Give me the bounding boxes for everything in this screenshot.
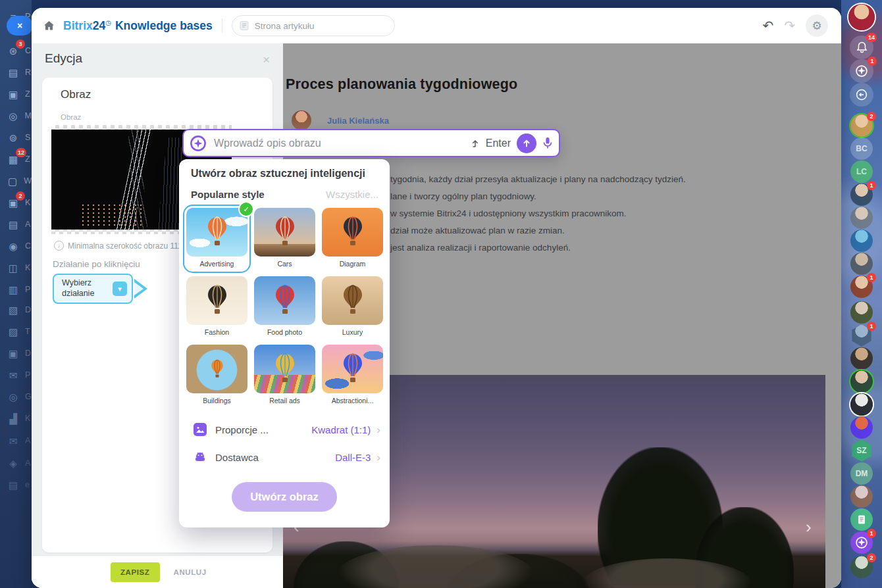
article-text-line: tygodnia, każdy dział przesyła aktualiza…: [390, 174, 686, 184]
search-input[interactable]: Strona artykułu: [232, 15, 395, 36]
sidebar-item-inbox[interactable]: ✉A: [0, 432, 32, 449]
contact-avatar[interactable]: [850, 230, 873, 252]
arrow-up-icon: [522, 139, 531, 148]
app-window: Proces planowania tygodniowego Julia Kie…: [32, 8, 841, 588]
contact-avatar[interactable]: 2: [850, 114, 873, 137]
create-image-button[interactable]: Utwórz obraz: [232, 482, 337, 512]
style-tile-luxury[interactable]: Luxury: [322, 276, 383, 338]
contact-avatar[interactable]: 2: [850, 556, 873, 578]
option-row-proportions[interactable]: Proporcje ...Kwadrat (1:1)›: [194, 421, 380, 438]
notification-badge: 2: [16, 191, 25, 201]
sidebar-item-crm[interactable]: ▤R: [0, 64, 32, 81]
sidebar-item-tasks[interactable]: ▣Z: [0, 86, 32, 103]
contact-avatar[interactable]: 1: [850, 276, 873, 298]
sidebar-item-groups[interactable]: ◎G: [0, 388, 32, 405]
profile-avatar[interactable]: [848, 4, 875, 30]
chevron-down-icon: ▾: [113, 282, 127, 296]
style-tile-buildings[interactable]: Buildings: [186, 345, 247, 406]
sidebar-item-label: W: [24, 176, 32, 185]
close-icon[interactable]: ×: [263, 53, 270, 67]
sidebar-item-marketing[interactable]: ◎M: [0, 107, 32, 124]
home-icon[interactable]: [43, 20, 55, 31]
carousel-next-arrow[interactable]: ›: [806, 518, 812, 535]
sidebar-item-automation[interactable]: ▤A: [0, 216, 32, 233]
copilot-bot-avatar[interactable]: 1: [850, 531, 873, 554]
contact-avatar[interactable]: [850, 347, 873, 370]
sidebar-item-sites[interactable]: ▢W: [0, 172, 32, 189]
style-tile-diagram[interactable]: Diagram: [322, 208, 383, 270]
microphone-icon[interactable]: [542, 137, 553, 149]
sites-icon: ▢: [4, 176, 21, 186]
ai-prompt-bar[interactable]: Wprowadź opis obrazu Enter: [182, 129, 560, 157]
document-avatar[interactable]: [850, 508, 873, 531]
style-tile-cars[interactable]: Cars: [254, 208, 315, 270]
contact-avatar[interactable]: 1: [850, 184, 873, 206]
author-row: Julia Kielańska: [292, 110, 389, 130]
redo-icon[interactable]: ↷: [784, 19, 795, 32]
sidebar-item-shop[interactable]: ⊚S: [0, 129, 32, 146]
contact-avatar[interactable]: [850, 253, 873, 275]
style-tile-label: Luxury: [322, 328, 383, 336]
contact-avatar[interactable]: 1: [850, 324, 873, 347]
hot-air-balloon-icon: [274, 216, 296, 249]
sidebar-item-communications[interactable]: ▣K2: [0, 194, 32, 211]
sidebar-item-mail[interactable]: ✉P: [0, 366, 32, 383]
sidebar-item-reports[interactable]: ▟K: [0, 410, 32, 427]
author-link[interactable]: Julia Kielańska: [327, 116, 389, 126]
inbox-icon: ✉: [4, 436, 22, 446]
sidebar-item-drive[interactable]: ▣D: [0, 345, 32, 362]
cancel-button[interactable]: ANULUJ: [170, 568, 211, 577]
hot-air-balloon-icon: [206, 216, 228, 249]
option-row-provider[interactable]: DostawcaDall-E-3›: [194, 449, 380, 466]
hot-air-balloon-icon: [206, 285, 228, 318]
style-tile-advertising[interactable]: ✓Advertising: [186, 208, 247, 270]
copilot-button[interactable]: 1: [850, 59, 873, 83]
hot-air-balloon-icon: [342, 216, 364, 249]
contact-initials[interactable]: SZ: [850, 439, 873, 462]
contact-avatar-visual: [850, 416, 873, 439]
send-button[interactable]: [517, 134, 536, 153]
settings-button[interactable]: ⚙: [806, 14, 828, 37]
sidebar-item-tasks-projects[interactable]: ▦Z12: [0, 151, 32, 168]
undo-icon[interactable]: ↶: [762, 19, 773, 32]
notification-badge: 2: [867, 112, 876, 121]
bitrix-clock-mark: ◷: [105, 19, 111, 26]
article-text-line: w systemie Bitrix24 i udostępniony wszys…: [390, 208, 627, 218]
contact-avatar[interactable]: [850, 207, 873, 229]
contact-avatar[interactable]: [850, 393, 873, 416]
sidebar-item-label: P: [25, 285, 30, 294]
hot-air-balloon-icon: [342, 285, 364, 318]
sidebar-item-kanban[interactable]: ◫K: [0, 259, 32, 276]
contact-initials[interactable]: DM: [850, 462, 873, 485]
contact-avatar[interactable]: [850, 485, 873, 508]
sidebar-item-extra[interactable]: ▤e: [0, 476, 32, 493]
style-tile-abstractioni[interactable]: Abstractioni...: [322, 345, 383, 406]
sidebar-item-apps[interactable]: ◈A: [0, 454, 32, 472]
action-select[interactable]: Wybierz działanie ▾: [53, 274, 133, 304]
notification-badge: 1: [867, 181, 876, 190]
mail-icon: ✉: [4, 370, 22, 380]
all-styles-link[interactable]: Wszystkie...: [326, 189, 378, 200]
style-preview-image: [322, 345, 383, 393]
notifications-bell[interactable]: 14: [850, 36, 873, 59]
sidebar-item-documents[interactable]: ▧D: [0, 301, 32, 318]
sidebar-item-feed[interactable]: ⊛C3: [0, 42, 32, 59]
contact-initials[interactable]: BC: [850, 137, 873, 160]
contact-avatar[interactable]: [850, 301, 873, 324]
contact-avatar[interactable]: [850, 370, 873, 393]
sidebar-item-company[interactable]: ◉C: [0, 237, 32, 255]
notification-badge: 1: [867, 322, 876, 331]
style-tile-fashion[interactable]: Fashion: [186, 276, 247, 338]
style-tile-retail-ads[interactable]: Retail ads: [254, 345, 315, 406]
messenger-button[interactable]: [850, 83, 873, 107]
sidebar-item-team[interactable]: ▨T: [0, 323, 32, 340]
sidebar-item-processes[interactable]: ▥P: [0, 281, 32, 298]
save-button[interactable]: ZAPISZ: [111, 562, 160, 582]
contact-avatar[interactable]: [850, 416, 873, 439]
close-panel-pill[interactable]: ×: [7, 16, 33, 36]
kanban-icon: ◫: [4, 263, 22, 273]
popular-styles-label: Popularne style: [191, 189, 265, 200]
automation-icon: ▤: [4, 220, 22, 230]
contact-initials[interactable]: LC: [850, 160, 873, 183]
style-tile-food-photo[interactable]: Food photo: [254, 276, 315, 338]
